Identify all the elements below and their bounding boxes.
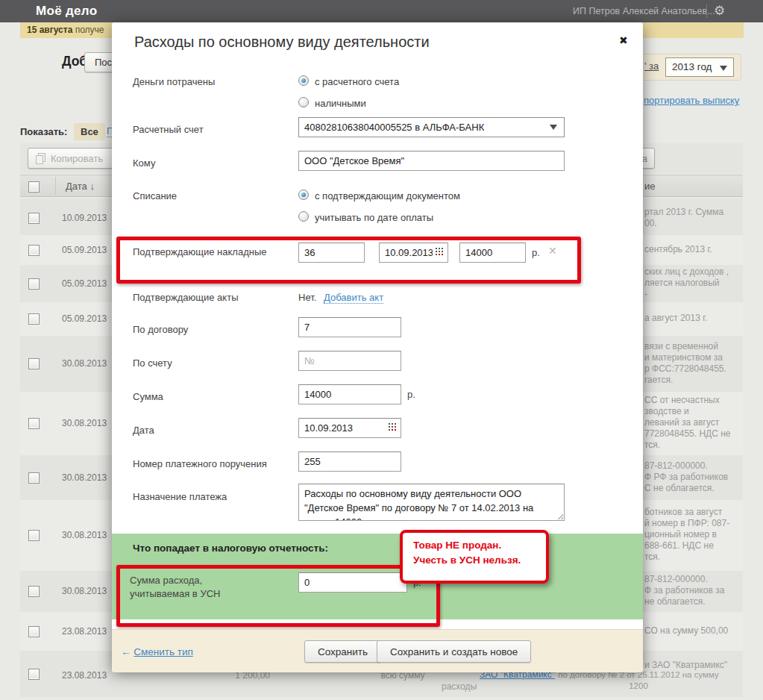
radio-by-payment-date[interactable] bbox=[298, 211, 309, 222]
payment-order-input[interactable] bbox=[298, 451, 401, 472]
callout-line1: Товар НЕ продан. bbox=[413, 540, 501, 551]
row-date: 05.09.2013 bbox=[62, 313, 107, 324]
date-input[interactable] bbox=[298, 418, 401, 438]
invoice-ref-label: По счету bbox=[133, 357, 172, 369]
radio-by-payment-date-label[interactable]: учитывать по дате оплаты bbox=[315, 212, 433, 223]
row-category: расходы bbox=[442, 681, 477, 692]
column-divider bbox=[55, 177, 56, 195]
chevron-down-icon bbox=[720, 66, 727, 71]
radio-with-document[interactable] bbox=[298, 190, 309, 200]
purpose-textarea[interactable]: Расходы по основному виду деятельности О… bbox=[298, 484, 565, 521]
current-user[interactable]: ИП Петров Алексей Анатольев... bbox=[573, 6, 715, 16]
notification-date: 15 августа bbox=[27, 25, 72, 35]
row-checkbox[interactable] bbox=[28, 358, 40, 369]
money-label: Деньги потрачены bbox=[133, 76, 215, 87]
chevron-down-icon bbox=[550, 125, 557, 130]
calendar-icon[interactable] bbox=[389, 423, 398, 432]
row-checkbox[interactable] bbox=[28, 586, 40, 597]
modal-footer: ← Сменить тип Сохранить Сохранить и созд… bbox=[112, 629, 643, 672]
column-date[interactable]: Дата ↓ bbox=[66, 181, 95, 192]
payee-input[interactable] bbox=[298, 151, 565, 171]
invoice-number-input[interactable] bbox=[298, 243, 365, 263]
row-description: по договору № 2 от 25.11.2012 на сумму12… bbox=[553, 669, 723, 692]
radio-from-account[interactable] bbox=[298, 75, 309, 86]
gear-icon[interactable]: ⚙ bbox=[714, 3, 725, 19]
row-checkbox[interactable] bbox=[28, 530, 40, 541]
account-label: Расчетный счет bbox=[133, 124, 204, 135]
row-description-fragment: ртал 2013 г. Сумма00. bbox=[644, 207, 750, 229]
column-description-fragment: ие bbox=[644, 181, 656, 192]
period-link-fragment[interactable]: ' за bbox=[644, 60, 659, 72]
row-checkbox[interactable] bbox=[28, 472, 40, 484]
writeoff-label: Списание bbox=[133, 190, 177, 201]
radio-cash[interactable] bbox=[298, 97, 309, 107]
acts-none-text: Нет. bbox=[298, 292, 316, 303]
row-date: 23.08.2013 bbox=[62, 626, 107, 637]
row-description-fragment: 87-812-000000.Ф РФ за работниковС не обл… bbox=[644, 460, 750, 494]
sum-input[interactable] bbox=[298, 384, 401, 404]
row-date: 10.09.2013 bbox=[62, 213, 107, 223]
app-logo: Моё дело bbox=[36, 4, 97, 19]
show-label: Показать: bbox=[20, 126, 67, 137]
copy-icon bbox=[36, 153, 45, 163]
usn-sum-input[interactable] bbox=[298, 572, 407, 593]
tax-section-title: Что попадает в налоговую отчетность: bbox=[133, 543, 328, 554]
row-description-fragment: СО на сумму 500,00 bbox=[644, 625, 750, 637]
row-date: 23.08.2013 bbox=[62, 670, 107, 681]
invoice-amount-input[interactable] bbox=[459, 243, 526, 263]
account-select-value: 40802810638040005525 в АЛЬФА-БАНК bbox=[304, 122, 484, 133]
row-checkbox[interactable] bbox=[28, 313, 40, 325]
account-select[interactable]: 40802810638040005525 в АЛЬФА-БАНК bbox=[298, 117, 565, 137]
select-all-checkbox[interactable] bbox=[28, 181, 40, 193]
filter-all-chip[interactable]: Все bbox=[74, 123, 105, 140]
usn-sum-label-line2: учитываемая в УСН bbox=[130, 588, 220, 599]
row-date: 05.09.2013 bbox=[62, 245, 107, 255]
resize-handle[interactable] bbox=[557, 513, 563, 519]
row-description-fragment: СС от несчастныхзводстве илеваний за авг… bbox=[644, 395, 750, 451]
change-type: ← Сменить тип bbox=[121, 646, 193, 657]
payment-order-label: Номер платежного поручения bbox=[133, 458, 267, 469]
modal-title: Расходы по основному виду деятельности bbox=[134, 34, 430, 51]
contract-input[interactable] bbox=[298, 317, 401, 337]
radio-from-account-label[interactable]: с расчетного счета bbox=[315, 76, 399, 87]
row-description-fragment: ботников за августй номер в ПФР: 087-цио… bbox=[644, 507, 750, 563]
save-button[interactable]: Сохранить bbox=[304, 640, 381, 663]
expense-modal: Расходы по основному виду деятельности ✖… bbox=[112, 22, 643, 672]
app-header: Моё дело ИП Петров Алексей Анатольев... … bbox=[0, 0, 763, 22]
add-act-link[interactable]: Добавить акт bbox=[324, 292, 383, 304]
sort-arrow-icon: ↓ bbox=[90, 181, 95, 192]
copy-button[interactable]: Копировать bbox=[28, 148, 116, 169]
row-checkbox[interactable] bbox=[28, 245, 40, 256]
change-type-link[interactable]: Сменить тип bbox=[134, 646, 193, 657]
radio-with-document-label[interactable]: с подтверждающим документом bbox=[315, 190, 460, 201]
row-checkbox[interactable] bbox=[28, 418, 40, 429]
sum-label: Сумма bbox=[133, 391, 163, 402]
row-date: 30.08.2013 bbox=[62, 472, 107, 483]
calendar-icon[interactable] bbox=[436, 248, 445, 257]
row-description-fragment: ских лиц с доходов ,ляется налоговый- bbox=[644, 266, 750, 300]
currency-label: р. bbox=[407, 389, 415, 400]
import-statement-link[interactable]: портировать выписку bbox=[644, 95, 739, 106]
row-checkbox[interactable] bbox=[28, 213, 40, 224]
close-icon[interactable]: ✖ bbox=[619, 34, 628, 46]
left-arrow-icon: ← bbox=[121, 646, 131, 657]
payee-label: Кому bbox=[133, 157, 155, 169]
currency-label: р. bbox=[532, 247, 540, 258]
radio-cash-label[interactable]: наличными bbox=[315, 98, 366, 109]
row-description-fragment: а август 2013 г. bbox=[644, 313, 750, 324]
usn-sum-label-line1: Сумма расхода, bbox=[130, 575, 202, 586]
save-and-new-button[interactable]: Сохранить и создать новое bbox=[377, 640, 531, 663]
invoice-ref-input[interactable] bbox=[298, 351, 401, 371]
remove-invoice-icon[interactable]: ✕ bbox=[548, 245, 557, 257]
row-checkbox[interactable] bbox=[28, 626, 40, 637]
row-date: 30.08.2013 bbox=[62, 530, 107, 540]
row-checkbox[interactable] bbox=[28, 669, 40, 680]
year-select[interactable]: 2013 год bbox=[665, 57, 734, 77]
row-date: 30.08.2013 bbox=[62, 358, 107, 369]
contract-label: По договору bbox=[133, 324, 188, 335]
notification-text: 15 августа получе bbox=[27, 25, 104, 35]
row-description-fragment: вязи с временнойи материнством зар ФСС:7… bbox=[644, 341, 750, 386]
copy-button-label: Копировать bbox=[51, 153, 103, 164]
row-checkbox[interactable] bbox=[28, 278, 40, 290]
year-select-value: 2013 год bbox=[672, 61, 712, 72]
